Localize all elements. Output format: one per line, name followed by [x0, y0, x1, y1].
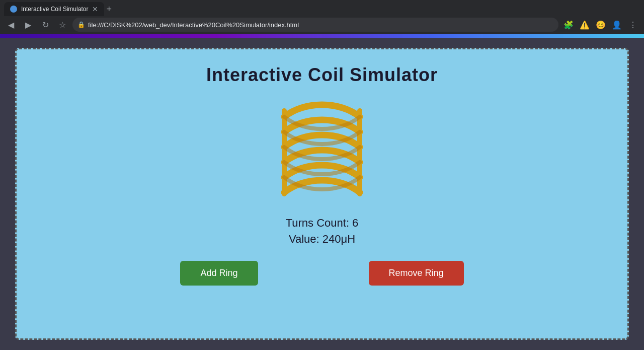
turns-count-label: Turns Count: 6: [286, 217, 359, 230]
value-label: Value: 240μH: [286, 233, 359, 246]
profile-icon[interactable]: 😊: [594, 18, 608, 32]
tab-favicon: [10, 6, 17, 13]
new-tab-button[interactable]: +: [106, 2, 112, 16]
remove-ring-button[interactable]: Remove Ring: [369, 261, 464, 286]
extensions-icon[interactable]: 🧩: [561, 18, 576, 32]
page-title: Interactive Coil Simulator: [206, 64, 438, 86]
address-bar[interactable]: 🔒 file:///C/DISK%202/web_dev/Interactive…: [72, 18, 558, 32]
security-icon: 🔒: [77, 21, 85, 28]
url-text: file:///C/DISK%202/web_dev/Interactive%2…: [88, 21, 299, 29]
simulator-card: Interactive Coil Simulator: [15, 48, 629, 340]
back-button[interactable]: ◀: [4, 18, 18, 32]
browser-actions: 🧩 ⚠️ 😊 👤 ⋮: [561, 18, 640, 32]
active-tab[interactable]: Interactive Coil Simulator ✕: [4, 2, 104, 16]
forward-button[interactable]: ▶: [21, 18, 35, 32]
refresh-button[interactable]: ↻: [38, 18, 52, 32]
coil-container: [267, 96, 377, 206]
bookmark-button[interactable]: ☆: [55, 18, 69, 32]
browser-window: Interactive Coil Simulator ✕ + ◀ ▶ ↻ ☆ 🔒…: [0, 0, 644, 350]
profile2-icon[interactable]: 👤: [610, 18, 624, 32]
info-section: Turns Count: 6 Value: 240μH: [286, 217, 359, 246]
nav-bar: ◀ ▶ ↻ ☆ 🔒 file:///C/DISK%202/web_dev/Int…: [0, 16, 644, 34]
menu-icon[interactable]: ⋮: [626, 18, 640, 32]
buttons-row: Add Ring Remove Ring: [180, 261, 463, 286]
warning-icon[interactable]: ⚠️: [578, 18, 592, 32]
main-content: Interactive Coil Simulator: [0, 38, 644, 350]
add-ring-button[interactable]: Add Ring: [180, 261, 258, 286]
accent-bar: [0, 34, 644, 38]
coil-svg: [269, 96, 375, 206]
tab-bar: Interactive Coil Simulator ✕ +: [0, 0, 644, 16]
tab-close-button[interactable]: ✕: [92, 5, 98, 13]
tab-title: Interactive Coil Simulator: [21, 6, 88, 13]
